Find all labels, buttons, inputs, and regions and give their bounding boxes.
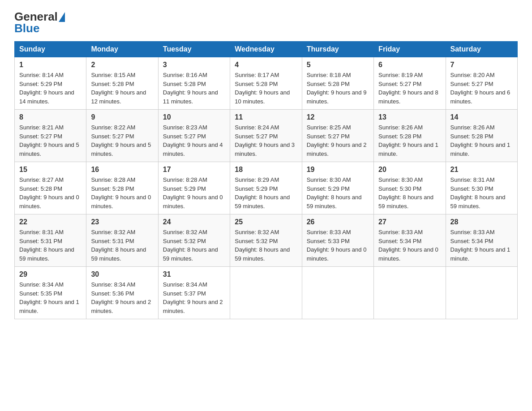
day-info: Sunrise: 8:34 AMSunset: 5:37 PMDaylight:… [163, 280, 225, 315]
day-number: 9 [91, 113, 153, 121]
day-number: 14 [450, 113, 513, 121]
calendar-header-cell: Monday [86, 42, 158, 57]
day-info: Sunrise: 8:22 AMSunset: 5:27 PMDaylight:… [91, 123, 153, 158]
calendar-body: 1Sunrise: 8:14 AMSunset: 5:29 PMDaylight… [15, 57, 518, 319]
day-number: 6 [378, 61, 441, 69]
calendar-header-cell: Sunday [15, 42, 86, 57]
calendar-day-cell: 8Sunrise: 8:21 AMSunset: 5:27 PMDaylight… [15, 110, 86, 162]
day-number: 24 [163, 218, 225, 226]
calendar-header-cell: Wednesday [230, 42, 302, 57]
logo-blue-text: Blue [14, 22, 39, 34]
calendar-day-cell: 27Sunrise: 8:33 AMSunset: 5:34 PMDayligh… [374, 214, 446, 267]
calendar-day-cell: 29Sunrise: 8:34 AMSunset: 5:35 PMDayligh… [15, 267, 86, 319]
day-info: Sunrise: 8:20 AMSunset: 5:27 PMDaylight:… [450, 71, 513, 106]
calendar-day-cell: 23Sunrise: 8:32 AMSunset: 5:31 PMDayligh… [86, 214, 158, 267]
day-info: Sunrise: 8:29 AMSunset: 5:29 PMDaylight:… [235, 176, 297, 210]
day-number: 25 [235, 218, 297, 226]
calendar-day-cell [230, 267, 302, 319]
day-number: 27 [378, 218, 441, 226]
calendar-week-row: 8Sunrise: 8:21 AMSunset: 5:27 PMDaylight… [15, 110, 518, 162]
calendar-header-cell: Tuesday [158, 42, 230, 57]
day-number: 3 [163, 61, 225, 69]
day-info: Sunrise: 8:21 AMSunset: 5:27 PMDaylight:… [19, 123, 82, 158]
day-info: Sunrise: 8:30 AMSunset: 5:30 PMDaylight:… [378, 176, 441, 210]
calendar-day-cell: 13Sunrise: 8:26 AMSunset: 5:28 PMDayligh… [374, 110, 446, 162]
page-header: General Blue [14, 11, 518, 34]
calendar-day-cell: 24Sunrise: 8:32 AMSunset: 5:32 PMDayligh… [158, 214, 230, 267]
day-number: 1 [19, 61, 82, 69]
day-number: 12 [307, 113, 369, 121]
day-info: Sunrise: 8:32 AMSunset: 5:31 PMDaylight:… [91, 228, 153, 263]
calendar-day-cell: 20Sunrise: 8:30 AMSunset: 5:30 PMDayligh… [374, 162, 446, 214]
calendar-day-cell: 12Sunrise: 8:25 AMSunset: 5:27 PMDayligh… [302, 110, 373, 162]
day-number: 11 [235, 113, 297, 121]
calendar-day-cell: 22Sunrise: 8:31 AMSunset: 5:31 PMDayligh… [15, 214, 86, 267]
day-info: Sunrise: 8:32 AMSunset: 5:32 PMDaylight:… [163, 228, 225, 263]
logo-general-text: General [14, 11, 58, 22]
day-number: 10 [163, 113, 225, 121]
calendar-day-cell: 17Sunrise: 8:28 AMSunset: 5:29 PMDayligh… [158, 162, 230, 214]
day-number: 15 [19, 166, 82, 174]
day-number: 22 [19, 218, 82, 226]
calendar-day-cell: 31Sunrise: 8:34 AMSunset: 5:37 PMDayligh… [158, 267, 230, 319]
logo: General Blue [14, 11, 65, 34]
day-info: Sunrise: 8:28 AMSunset: 5:28 PMDaylight:… [91, 176, 153, 210]
calendar-table: SundayMondayTuesdayWednesdayThursdayFrid… [14, 41, 518, 319]
day-number: 18 [235, 166, 297, 174]
day-number: 4 [235, 61, 297, 69]
calendar-day-cell: 26Sunrise: 8:33 AMSunset: 5:33 PMDayligh… [302, 214, 373, 267]
day-info: Sunrise: 8:31 AMSunset: 5:31 PMDaylight:… [19, 228, 82, 263]
calendar-day-cell: 28Sunrise: 8:33 AMSunset: 5:34 PMDayligh… [446, 214, 517, 267]
day-number: 7 [450, 61, 513, 69]
logo-triangle-icon [59, 12, 65, 22]
day-info: Sunrise: 8:18 AMSunset: 5:28 PMDaylight:… [307, 71, 369, 106]
day-number: 20 [378, 166, 441, 174]
calendar-header-row: SundayMondayTuesdayWednesdayThursdayFrid… [15, 42, 518, 57]
day-info: Sunrise: 8:34 AMSunset: 5:36 PMDaylight:… [91, 280, 153, 315]
day-info: Sunrise: 8:31 AMSunset: 5:30 PMDaylight:… [450, 176, 513, 210]
calendar-week-row: 29Sunrise: 8:34 AMSunset: 5:35 PMDayligh… [15, 267, 518, 319]
day-info: Sunrise: 8:16 AMSunset: 5:28 PMDaylight:… [163, 71, 225, 106]
calendar-week-row: 1Sunrise: 8:14 AMSunset: 5:29 PMDaylight… [15, 57, 518, 110]
calendar-day-cell [302, 267, 373, 319]
calendar-day-cell: 10Sunrise: 8:23 AMSunset: 5:27 PMDayligh… [158, 110, 230, 162]
calendar-day-cell: 18Sunrise: 8:29 AMSunset: 5:29 PMDayligh… [230, 162, 302, 214]
calendar-header-cell: Friday [374, 42, 446, 57]
calendar-day-cell: 2Sunrise: 8:15 AMSunset: 5:28 PMDaylight… [86, 57, 158, 110]
calendar-day-cell: 14Sunrise: 8:26 AMSunset: 5:28 PMDayligh… [446, 110, 517, 162]
calendar-day-cell: 9Sunrise: 8:22 AMSunset: 5:27 PMDaylight… [86, 110, 158, 162]
day-info: Sunrise: 8:24 AMSunset: 5:27 PMDaylight:… [235, 123, 297, 158]
day-info: Sunrise: 8:23 AMSunset: 5:27 PMDaylight:… [163, 123, 225, 158]
calendar-day-cell: 7Sunrise: 8:20 AMSunset: 5:27 PMDaylight… [446, 57, 517, 110]
calendar-day-cell: 1Sunrise: 8:14 AMSunset: 5:29 PMDaylight… [15, 57, 86, 110]
calendar-day-cell: 25Sunrise: 8:32 AMSunset: 5:32 PMDayligh… [230, 214, 302, 267]
calendar-day-cell: 16Sunrise: 8:28 AMSunset: 5:28 PMDayligh… [86, 162, 158, 214]
day-number: 28 [450, 218, 513, 226]
day-number: 17 [163, 166, 225, 174]
calendar-day-cell [374, 267, 446, 319]
day-number: 2 [91, 61, 153, 69]
day-info: Sunrise: 8:33 AMSunset: 5:33 PMDaylight:… [307, 228, 369, 263]
day-info: Sunrise: 8:32 AMSunset: 5:32 PMDaylight:… [235, 228, 297, 263]
day-info: Sunrise: 8:19 AMSunset: 5:27 PMDaylight:… [378, 71, 441, 106]
day-number: 8 [19, 113, 82, 121]
day-info: Sunrise: 8:25 AMSunset: 5:27 PMDaylight:… [307, 123, 369, 158]
day-info: Sunrise: 8:17 AMSunset: 5:28 PMDaylight:… [235, 71, 297, 106]
day-number: 5 [307, 61, 369, 69]
day-info: Sunrise: 8:34 AMSunset: 5:35 PMDaylight:… [19, 280, 82, 315]
calendar-day-cell: 19Sunrise: 8:30 AMSunset: 5:29 PMDayligh… [302, 162, 373, 214]
calendar-header-cell: Saturday [446, 42, 517, 57]
day-info: Sunrise: 8:26 AMSunset: 5:28 PMDaylight:… [450, 123, 513, 158]
day-info: Sunrise: 8:14 AMSunset: 5:29 PMDaylight:… [19, 71, 82, 106]
day-info: Sunrise: 8:28 AMSunset: 5:29 PMDaylight:… [163, 176, 225, 210]
day-number: 21 [450, 166, 513, 174]
calendar-day-cell: 4Sunrise: 8:17 AMSunset: 5:28 PMDaylight… [230, 57, 302, 110]
day-number: 31 [163, 270, 225, 278]
day-number: 16 [91, 166, 153, 174]
calendar-day-cell [446, 267, 517, 319]
calendar-day-cell: 6Sunrise: 8:19 AMSunset: 5:27 PMDaylight… [374, 57, 446, 110]
day-number: 29 [19, 270, 82, 278]
calendar-day-cell: 30Sunrise: 8:34 AMSunset: 5:36 PMDayligh… [86, 267, 158, 319]
calendar-day-cell: 11Sunrise: 8:24 AMSunset: 5:27 PMDayligh… [230, 110, 302, 162]
day-info: Sunrise: 8:33 AMSunset: 5:34 PMDaylight:… [378, 228, 441, 263]
